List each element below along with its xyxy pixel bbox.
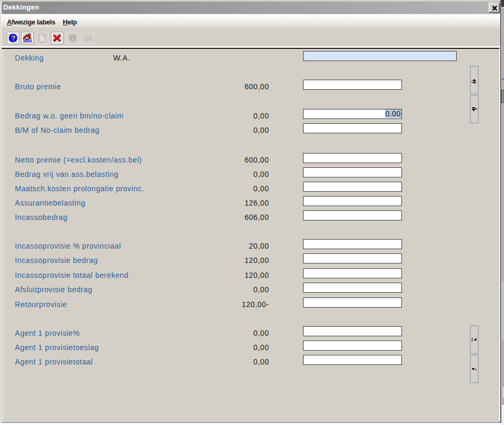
svg-text:?: ? <box>11 34 15 42</box>
svg-text:anva: anva <box>23 38 32 42</box>
